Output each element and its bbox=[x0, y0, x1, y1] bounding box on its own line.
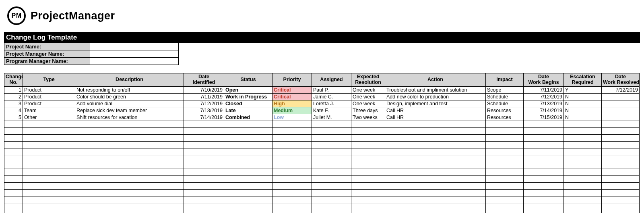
cell-empty[interactable] bbox=[184, 175, 224, 182]
cell-empty[interactable] bbox=[564, 169, 602, 175]
cell-empty[interactable] bbox=[486, 134, 524, 141]
cell-empty[interactable] bbox=[272, 134, 312, 141]
cell-empty[interactable] bbox=[524, 155, 564, 162]
cell-empty[interactable] bbox=[602, 162, 640, 169]
cell-empty[interactable] bbox=[4, 148, 23, 155]
cell-priority[interactable]: Low bbox=[272, 114, 312, 121]
cell-action[interactable]: Call HR bbox=[385, 107, 486, 114]
cell-empty[interactable] bbox=[564, 121, 602, 127]
cell-empty[interactable] bbox=[486, 196, 524, 203]
cell-empty[interactable] bbox=[75, 189, 184, 196]
cell-empty[interactable] bbox=[75, 127, 184, 134]
cell-empty[interactable] bbox=[564, 203, 602, 210]
cell-date-resolved[interactable] bbox=[602, 114, 640, 121]
cell-empty[interactable] bbox=[23, 175, 75, 182]
cell-empty[interactable] bbox=[224, 196, 272, 203]
cell-empty[interactable] bbox=[312, 210, 351, 213]
cell-empty[interactable] bbox=[224, 203, 272, 210]
cell-expected[interactable]: One week bbox=[351, 93, 385, 100]
cell-impact[interactable]: Schedule bbox=[486, 100, 524, 107]
cell-empty[interactable] bbox=[23, 196, 75, 203]
cell-assigned[interactable]: Jamie C. bbox=[312, 93, 351, 100]
cell-empty[interactable] bbox=[312, 162, 351, 169]
cell-empty[interactable] bbox=[486, 141, 524, 148]
cell-empty[interactable] bbox=[486, 127, 524, 134]
cell-date-resolved[interactable] bbox=[602, 107, 640, 114]
cell-empty[interactable] bbox=[224, 141, 272, 148]
cell-empty[interactable] bbox=[184, 169, 224, 175]
cell-empty[interactable] bbox=[351, 189, 385, 196]
cell-empty[interactable] bbox=[184, 210, 224, 213]
cell-empty[interactable] bbox=[23, 141, 75, 148]
cell-empty[interactable] bbox=[4, 121, 23, 127]
cell-empty[interactable] bbox=[564, 210, 602, 213]
cell-empty[interactable] bbox=[486, 189, 524, 196]
cell-empty[interactable] bbox=[486, 162, 524, 169]
cell-description[interactable]: Shift resources for vacation bbox=[75, 114, 184, 121]
cell-empty[interactable] bbox=[385, 148, 486, 155]
cell-empty[interactable] bbox=[351, 210, 385, 213]
cell-empty[interactable] bbox=[4, 141, 23, 148]
cell-change-no[interactable]: 2 bbox=[4, 93, 23, 100]
cell-date-identified[interactable]: 7/14/2019 bbox=[184, 114, 224, 121]
cell-empty[interactable] bbox=[312, 189, 351, 196]
cell-empty[interactable] bbox=[564, 127, 602, 134]
cell-empty[interactable] bbox=[272, 121, 312, 127]
cell-empty[interactable] bbox=[564, 155, 602, 162]
cell-empty[interactable] bbox=[351, 182, 385, 189]
cell-priority[interactable]: Critical bbox=[272, 93, 312, 100]
cell-empty[interactable] bbox=[23, 134, 75, 141]
cell-empty[interactable] bbox=[486, 210, 524, 213]
cell-empty[interactable] bbox=[564, 148, 602, 155]
value-project-name[interactable] bbox=[90, 43, 179, 50]
cell-empty[interactable] bbox=[224, 169, 272, 175]
cell-empty[interactable] bbox=[486, 121, 524, 127]
cell-impact[interactable]: Resources bbox=[486, 107, 524, 114]
cell-empty[interactable] bbox=[524, 203, 564, 210]
cell-change-no[interactable]: 1 bbox=[4, 86, 23, 93]
cell-empty[interactable] bbox=[184, 148, 224, 155]
cell-empty[interactable] bbox=[602, 141, 640, 148]
cell-empty[interactable] bbox=[385, 203, 486, 210]
cell-empty[interactable] bbox=[524, 141, 564, 148]
cell-empty[interactable] bbox=[524, 196, 564, 203]
cell-empty[interactable] bbox=[184, 203, 224, 210]
cell-empty[interactable] bbox=[524, 210, 564, 213]
cell-assigned[interactable]: Kate F. bbox=[312, 107, 351, 114]
cell-empty[interactable] bbox=[351, 169, 385, 175]
cell-empty[interactable] bbox=[524, 134, 564, 141]
cell-empty[interactable] bbox=[486, 175, 524, 182]
cell-empty[interactable] bbox=[524, 121, 564, 127]
cell-type[interactable]: Team bbox=[23, 107, 75, 114]
cell-empty[interactable] bbox=[524, 148, 564, 155]
cell-empty[interactable] bbox=[312, 155, 351, 162]
cell-escalation[interactable]: Y bbox=[564, 86, 602, 93]
cell-empty[interactable] bbox=[184, 127, 224, 134]
cell-empty[interactable] bbox=[602, 169, 640, 175]
cell-action[interactable]: Add new color to production bbox=[385, 93, 486, 100]
cell-empty[interactable] bbox=[224, 134, 272, 141]
cell-empty[interactable] bbox=[524, 182, 564, 189]
cell-empty[interactable] bbox=[602, 210, 640, 213]
cell-empty[interactable] bbox=[75, 182, 184, 189]
cell-empty[interactable] bbox=[312, 196, 351, 203]
cell-empty[interactable] bbox=[272, 196, 312, 203]
cell-empty[interactable] bbox=[385, 162, 486, 169]
cell-empty[interactable] bbox=[75, 148, 184, 155]
cell-empty[interactable] bbox=[224, 210, 272, 213]
cell-change-no[interactable]: 5 bbox=[4, 114, 23, 121]
cell-status[interactable]: Open bbox=[224, 86, 272, 93]
cell-empty[interactable] bbox=[4, 203, 23, 210]
cell-empty[interactable] bbox=[564, 196, 602, 203]
cell-empty[interactable] bbox=[184, 162, 224, 169]
cell-empty[interactable] bbox=[75, 196, 184, 203]
cell-empty[interactable] bbox=[75, 121, 184, 127]
cell-empty[interactable] bbox=[602, 134, 640, 141]
cell-empty[interactable] bbox=[184, 189, 224, 196]
cell-empty[interactable] bbox=[312, 182, 351, 189]
cell-empty[interactable] bbox=[524, 169, 564, 175]
cell-date-identified[interactable]: 7/13/2019 bbox=[184, 107, 224, 114]
cell-expected[interactable]: Two weeks bbox=[351, 114, 385, 121]
cell-empty[interactable] bbox=[564, 162, 602, 169]
cell-type[interactable]: Product bbox=[23, 86, 75, 93]
